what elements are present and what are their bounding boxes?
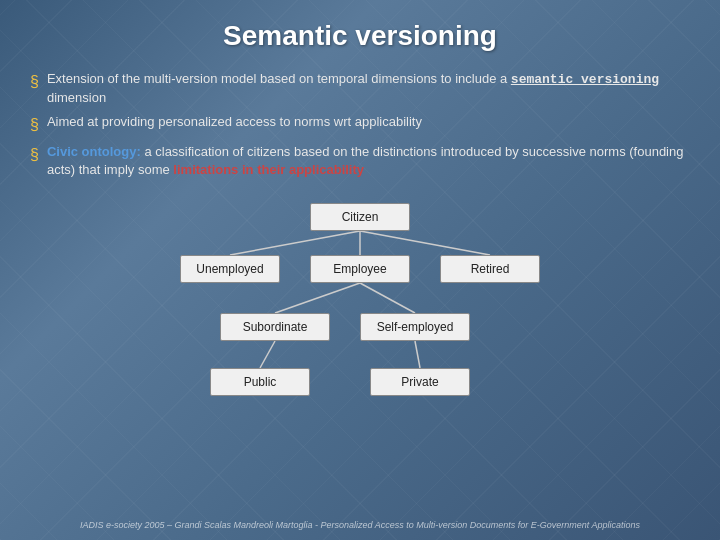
node-private: Private <box>370 368 470 396</box>
node-unemployed: Unemployed <box>180 255 280 283</box>
diagram: Citizen Unemployed Employee Retired Subo… <box>120 203 600 398</box>
diagram-container: Citizen Unemployed Employee Retired Subo… <box>30 203 690 516</box>
highlight-civic-ontology: Civic ontology: <box>47 144 141 159</box>
bullet-text-2: Aimed at providing personalized access t… <box>47 113 422 131</box>
node-subordinate: Subordinate <box>220 313 330 341</box>
bullet-item-2: § Aimed at providing personalized access… <box>30 113 690 136</box>
highlight-limitations: limitations in their applicability <box>173 162 364 177</box>
slide: Semantic versioning § Extension of the m… <box>0 0 720 540</box>
svg-line-4 <box>360 283 415 313</box>
diagram-lines <box>120 203 600 398</box>
bullet-section: § Extension of the multi-version model b… <box>30 70 690 185</box>
bullet-text-1: Extension of the multi-version model bas… <box>47 70 690 107</box>
svg-line-6 <box>415 341 420 368</box>
node-citizen: Citizen <box>310 203 410 231</box>
bullet-marker-3: § <box>30 144 39 166</box>
slide-footer: IADIS e-society 2005 – Grandi Scalas Man… <box>30 520 690 530</box>
node-public: Public <box>210 368 310 396</box>
node-employee: Employee <box>310 255 410 283</box>
svg-line-2 <box>360 231 490 255</box>
node-self-employed: Self-employed <box>360 313 470 341</box>
bullet-item-1: § Extension of the multi-version model b… <box>30 70 690 107</box>
bullet-text-3: Civic ontology: a classification of citi… <box>47 143 690 179</box>
slide-title: Semantic versioning <box>30 20 690 52</box>
svg-line-3 <box>275 283 360 313</box>
svg-line-0 <box>230 231 360 255</box>
highlight-semantic-versioning: semantic versioning <box>511 72 659 87</box>
bullet-marker-1: § <box>30 71 39 93</box>
node-retired: Retired <box>440 255 540 283</box>
bullet-item-3: § Civic ontology: a classification of ci… <box>30 143 690 179</box>
svg-line-5 <box>260 341 275 368</box>
bullet-marker-2: § <box>30 114 39 136</box>
